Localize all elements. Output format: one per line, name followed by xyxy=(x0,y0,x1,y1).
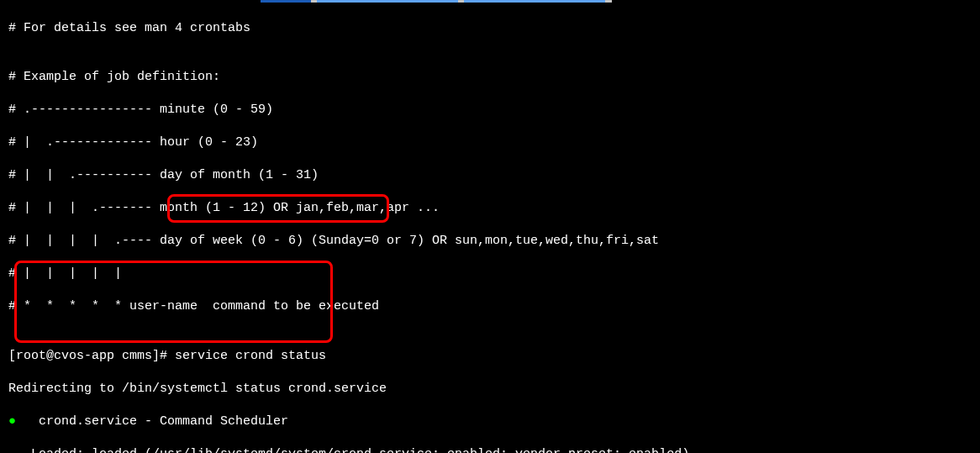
output-text: crond.service - Command Scheduler xyxy=(39,414,288,429)
crontab-text: # | | | | .---- day of week (0 - 6) (Sun… xyxy=(8,233,972,250)
output-text: Redirecting to /bin/systemctl status cro… xyxy=(8,381,972,398)
crontab-text: # * * * * * user-name command to be exec… xyxy=(8,298,972,315)
command-text: service crond status xyxy=(175,349,326,363)
tab-segment xyxy=(464,0,605,3)
shell-prompt: [root@cvos-app cmms]# xyxy=(8,349,175,363)
crontab-text: # For details see man 4 crontabs xyxy=(8,20,972,37)
terminal-viewport[interactable]: # For details see man 4 crontabs # Examp… xyxy=(0,0,980,453)
crontab-text: # | | | .------- month (1 - 12) OR jan,f… xyxy=(8,200,972,217)
prompt-line: [root@cvos-app cmms]# service crond stat… xyxy=(8,348,972,365)
output-text xyxy=(16,414,39,429)
crontab-text: # .---------------- minute (0 - 59) xyxy=(8,102,972,119)
tab-segment xyxy=(605,0,612,3)
tab-segment xyxy=(311,0,317,3)
tab-segment xyxy=(458,0,464,3)
tab-segment xyxy=(317,0,458,3)
crontab-text: # | | | | | xyxy=(8,266,972,282)
output-text: Loaded: loaded (/usr/lib/systemd/system/… xyxy=(8,446,972,454)
crontab-text: # Example of job definition: xyxy=(8,69,972,86)
title-bar-fragment xyxy=(0,0,980,3)
tab-segment xyxy=(261,0,311,3)
bullet-icon: ● xyxy=(8,413,16,430)
crontab-text: # | | .---------- day of month (1 - 31) xyxy=(8,167,972,184)
crontab-text: # | .------------- hour (0 - 23) xyxy=(8,134,972,151)
service-header: ● crond.service - Command Scheduler xyxy=(8,413,972,430)
